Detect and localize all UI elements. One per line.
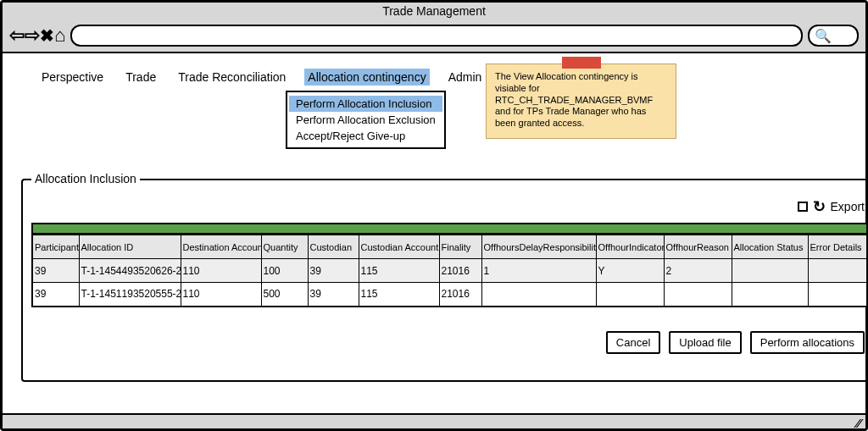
col-custodian-account[interactable]: Custodian Account — [359, 235, 439, 259]
col-quantity[interactable]: Quantity — [261, 235, 308, 259]
statusbar — [3, 413, 865, 428]
refresh-icon[interactable]: ↻ — [813, 197, 826, 216]
dropdown-accept-reject-giveup[interactable]: Accept/Reject Give-up — [294, 128, 437, 144]
upload-file-button[interactable]: Upload file — [669, 331, 741, 354]
window-title: Trade Management — [3, 3, 865, 19]
menubar: Perspective Trade Trade Reconciliation A… — [38, 69, 847, 86]
cell-dest-account: 110 — [181, 259, 261, 283]
table-header-row: Participant Allocation ID Destination Ac… — [32, 235, 867, 259]
search-box[interactable]: 🔍 — [808, 25, 859, 47]
menu-trade[interactable]: Trade — [122, 69, 159, 86]
col-offhours-delay[interactable]: OffhoursDelayResponsibility — [481, 235, 596, 259]
cell-custodian: 39 — [308, 283, 359, 307]
col-error-details[interactable]: Error Details — [808, 235, 867, 259]
home-icon[interactable]: ⌂ — [54, 25, 65, 47]
allocation-inclusion-panel: Allocation Inclusion ↻ Export Participan… — [21, 179, 868, 382]
sticky-note-wrap: The View Allocation contingency is visia… — [486, 52, 676, 139]
col-destination-account[interactable]: Destination Account — [181, 235, 261, 259]
dropdown-perform-inclusion[interactable]: Perform Allocation Inclusion — [289, 96, 442, 112]
col-offhour-indicator[interactable]: OffhourIndicator — [596, 235, 664, 259]
cell-custodian-account: 115 — [359, 259, 439, 283]
cell-quantity: 100 — [261, 259, 308, 283]
close-icon[interactable]: ✖ — [40, 25, 54, 46]
cell-offhour-reason: 2 — [664, 259, 732, 283]
checkbox-icon[interactable] — [798, 202, 808, 212]
app-window: Trade Management ⇦ ⇨ ✖ ⌂ 🔍 Perspective T… — [0, 0, 868, 431]
col-finality[interactable]: Finality — [439, 235, 481, 259]
cell-offhour-indicator: Y — [596, 259, 664, 283]
cell-allocation-status — [732, 283, 808, 307]
cell-allocation-id: T-1-1451193520555-2 — [79, 283, 181, 307]
forward-icon[interactable]: ⇨ — [25, 25, 40, 47]
table-row[interactable]: 39 T-1-1451193520555-2 110 500 39 115 21… — [32, 283, 867, 307]
cell-error-details — [808, 283, 867, 307]
back-icon[interactable]: ⇦ — [9, 25, 25, 47]
menu-perspective[interactable]: Perspective — [38, 69, 107, 86]
cell-offhours-delay: 1 — [481, 259, 596, 283]
cell-custodian-account: 115 — [359, 283, 439, 307]
sticky-note: The View Allocation contingency is visia… — [486, 64, 676, 139]
search-icon: 🔍 — [815, 28, 832, 44]
cell-error-details — [808, 259, 867, 283]
col-offhour-reason[interactable]: OffhourReason — [664, 235, 732, 259]
cell-custodian: 39 — [308, 259, 359, 283]
perform-allocations-button[interactable]: Perform allocations — [750, 331, 865, 354]
cell-offhour-indicator — [596, 283, 664, 307]
cancel-button[interactable]: Cancel — [606, 331, 660, 354]
allocation-table: Participant Allocation ID Destination Ac… — [31, 235, 868, 307]
cell-participant: 39 — [32, 259, 79, 283]
col-participant[interactable]: Participant — [32, 235, 79, 259]
panel-toolbar: ↻ Export — [30, 197, 868, 216]
export-label[interactable]: Export — [831, 200, 865, 213]
cell-dest-account: 110 — [181, 283, 261, 307]
col-allocation-id[interactable]: Allocation ID — [79, 235, 181, 259]
menu-admin[interactable]: Admin — [445, 69, 486, 86]
browser-toolbar: ⇦ ⇨ ✖ ⌂ 🔍 — [3, 19, 865, 52]
cell-offhours-delay — [481, 283, 596, 307]
menu-allocation-contingency[interactable]: Allocation contingency — [304, 69, 429, 86]
menu-trade-reconciliation[interactable]: Trade Reconciliation — [175, 69, 289, 86]
cell-offhour-reason — [664, 283, 732, 307]
address-bar[interactable] — [70, 25, 803, 47]
dropdown-perform-exclusion[interactable]: Perform Allocation Exclusion — [294, 112, 437, 128]
content-area: Perspective Trade Trade Reconciliation A… — [3, 53, 865, 413]
table-row[interactable]: 39 T-1-1454493520626-2 110 100 39 115 21… — [32, 259, 867, 283]
panel-legend: Allocation Inclusion — [31, 172, 140, 185]
cell-allocation-id: T-1-1454493520626-2 — [79, 259, 181, 283]
cell-participant: 39 — [32, 283, 79, 307]
col-custodian[interactable]: Custodian — [308, 235, 359, 259]
cell-finality: 21016 — [439, 283, 481, 307]
cell-quantity: 500 — [261, 283, 308, 307]
panel-actions: Cancel Upload file Perform allocations — [30, 331, 868, 354]
table-header-bar — [31, 223, 868, 235]
allocation-contingency-dropdown: Perform Allocation Inclusion Perform All… — [286, 91, 446, 149]
col-allocation-status[interactable]: Allocation Status — [732, 235, 808, 259]
titlebar: Trade Management ⇦ ⇨ ✖ ⌂ 🔍 — [3, 3, 865, 53]
tape-icon — [562, 57, 601, 69]
cell-allocation-status — [732, 259, 808, 283]
cell-finality: 21016 — [439, 259, 481, 283]
